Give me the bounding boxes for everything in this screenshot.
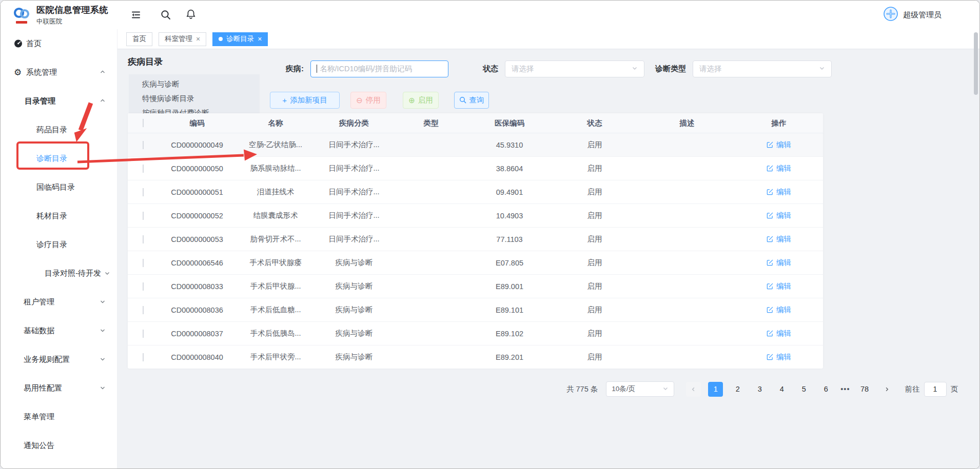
table-row: CD0000008040 手术后甲状旁... 疾病与诊断 E89.201 启用 … [128, 345, 823, 369]
page-button-1[interactable]: 1 [708, 382, 723, 397]
edit-button[interactable]: 编辑 [766, 140, 791, 150]
sidebar-item-system-mgmt[interactable]: ⚙ 系统管理 [1, 58, 117, 87]
sidebar-item-diagnosis-catalog[interactable]: 诊断目录 [1, 144, 117, 173]
row-checkbox[interactable] [143, 330, 144, 338]
cell-code: CD0000000052 [159, 212, 236, 220]
row-checkbox[interactable] [143, 141, 144, 149]
disease-search-input[interactable] [310, 60, 448, 77]
button-label: 启用 [418, 95, 433, 105]
page-button-2[interactable]: 2 [730, 382, 745, 397]
chevron-down-icon [632, 64, 638, 73]
diagnosis-type-select[interactable]: 请选择 [693, 60, 832, 77]
status-select[interactable]: 请选择 [505, 60, 644, 77]
cell-insurance-code: E89.102 [469, 330, 550, 338]
col-header-status: 状态 [550, 118, 640, 128]
page-button-5[interactable]: 5 [796, 382, 811, 397]
col-header-category: 疾病分类 [316, 118, 393, 128]
cell-insurance-code: E89.001 [469, 282, 550, 291]
row-checkbox[interactable] [143, 306, 144, 314]
page-button-6[interactable]: 6 [818, 382, 833, 397]
edit-button[interactable]: 编辑 [766, 164, 791, 173]
sidebar-item-base-data[interactable]: 基础数据 [1, 316, 117, 345]
disable-button[interactable]: ⊖ 停用 [350, 92, 386, 109]
edit-label: 编辑 [776, 164, 791, 173]
category-item[interactable]: 特慢病诊断目录 [129, 91, 260, 106]
sidebar-item-business-rules[interactable]: 业务规则配置 [1, 345, 117, 374]
table-row: CD0000006546 手术后甲状腺瘘 疾病与诊断 E07.805 启用 编辑 [128, 251, 823, 275]
page-button-last[interactable]: 78 [857, 382, 872, 397]
cell-status: 启用 [550, 187, 640, 197]
user-menu[interactable]: 超级管理员 [883, 1, 942, 29]
chevron-down-icon [104, 269, 110, 278]
close-icon[interactable]: × [258, 35, 262, 43]
logo: 医院信息管理系统 中联医院 [11, 4, 108, 26]
select-all-checkbox[interactable] [143, 119, 144, 127]
edit-button[interactable]: 编辑 [766, 305, 791, 315]
edit-button[interactable]: 编辑 [766, 211, 791, 220]
cell-category: 日间手术治疗... [316, 164, 393, 173]
sidebar-item-catalog-mapping[interactable]: 目录对照-待开发 [1, 259, 117, 288]
app-title: 医院信息管理系统 [36, 4, 108, 16]
edit-label: 编辑 [776, 281, 791, 291]
prev-page-button[interactable] [686, 382, 701, 397]
diagnosis-type-filter-label: 诊断类型 [655, 64, 686, 74]
page-button-4[interactable]: 4 [774, 382, 789, 397]
sidebar-item-catalog-mgmt[interactable]: 目录管理 [1, 87, 117, 115]
col-header-actions: 操作 [734, 118, 823, 128]
query-button[interactable]: 查询 [454, 92, 489, 109]
close-icon[interactable]: × [196, 35, 200, 43]
text-caret [317, 65, 317, 73]
select-placeholder: 请选择 [512, 64, 534, 74]
row-checkbox[interactable] [143, 353, 144, 361]
edit-button[interactable]: 编辑 [766, 329, 791, 338]
goto-unit: 页 [951, 384, 958, 394]
sidebar-item-menu-mgmt[interactable]: 菜单管理 [1, 402, 117, 431]
sidebar-item-drug-catalog[interactable]: 药品目录 [1, 115, 117, 144]
row-checkbox[interactable] [143, 212, 144, 220]
cell-name: 手术后低血糖... [236, 305, 316, 315]
sidebar-item-notice[interactable]: 通知公告 [1, 431, 117, 460]
cell-code: CD0000000051 [159, 188, 236, 196]
row-checkbox[interactable] [143, 235, 144, 243]
search-icon [459, 96, 466, 105]
enable-button[interactable]: ⊕ 启用 [403, 92, 439, 109]
row-checkbox[interactable] [143, 282, 144, 291]
sidebar-item-national-code-catalog[interactable]: 国临码目录 [1, 173, 117, 201]
row-checkbox[interactable] [143, 259, 144, 267]
disease-search-field[interactable] [319, 64, 442, 73]
next-page-button[interactable] [879, 382, 894, 397]
vertical-scrollbar[interactable] [974, 32, 978, 95]
tab-diagnosis-catalog[interactable]: 诊断目录 × [212, 32, 268, 46]
page-button-3[interactable]: 3 [752, 382, 767, 397]
row-checkbox[interactable] [143, 165, 144, 173]
category-item[interactable]: 疾病与诊断 [129, 77, 260, 91]
edit-button[interactable]: 编辑 [766, 352, 791, 362]
tab-home[interactable]: 首页 [126, 32, 152, 46]
page-size-select[interactable]: 10条/页 [606, 381, 674, 397]
sidebar-item-home[interactable]: 首页 [1, 29, 117, 58]
edit-button[interactable]: 编辑 [766, 234, 791, 244]
row-checkbox[interactable] [143, 188, 144, 196]
add-new-item-button[interactable]: + 添加新项目 [270, 92, 340, 109]
active-dot-icon [219, 37, 223, 41]
cell-category: 疾病与诊断 [316, 258, 393, 268]
more-pages-icon[interactable]: ••• [840, 385, 850, 393]
sidebar-item-consumables-catalog[interactable]: 耗材目录 [1, 201, 117, 230]
edit-button[interactable]: 编辑 [766, 281, 791, 291]
goto-page-input[interactable] [924, 382, 947, 397]
edit-label: 编辑 [776, 258, 791, 268]
edit-button[interactable]: 编辑 [766, 258, 791, 268]
search-icon[interactable] [160, 9, 171, 21]
sidebar-item-label: 目录管理 [25, 96, 55, 106]
sidebar-item-treatment-catalog[interactable]: 诊疗目录 [1, 230, 117, 259]
sidebar-item-tenant-mgmt[interactable]: 租户管理 [1, 288, 117, 316]
logo-red-mark [16, 21, 27, 24]
tab-label: 诊断目录 [226, 34, 254, 44]
collapse-sidebar-icon[interactable] [130, 9, 142, 21]
cell-insurance-code: 10.4903 [469, 212, 550, 220]
notification-bell-icon[interactable] [185, 9, 197, 20]
edit-button[interactable]: 编辑 [766, 187, 791, 197]
sidebar-item-usability-config[interactable]: 易用性配置 [1, 374, 117, 402]
tab-department-mgmt[interactable]: 科室管理 × [159, 32, 206, 46]
cell-category: 日间手术治疗... [316, 187, 393, 197]
